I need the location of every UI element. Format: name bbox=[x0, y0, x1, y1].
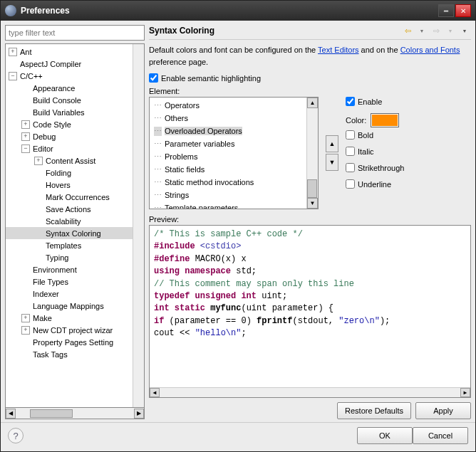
tree-item[interactable]: +Content Assist bbox=[6, 154, 133, 167]
scroll-left-icon[interactable]: ◀ bbox=[6, 409, 16, 419]
tree-item[interactable]: Property Pages Setting bbox=[6, 336, 133, 348]
expand-icon[interactable]: + bbox=[21, 326, 30, 335]
element-item[interactable]: ⋯Problems bbox=[150, 150, 306, 163]
tree-item[interactable]: Build Console bbox=[6, 94, 133, 106]
tree-item[interactable]: Language Mappings bbox=[6, 300, 133, 312]
apply-button[interactable]: Apply bbox=[415, 402, 471, 419]
back-menu-icon[interactable]: ▼ bbox=[415, 25, 428, 36]
collapse-icon[interactable]: − bbox=[9, 72, 17, 80]
expand-icon[interactable]: + bbox=[21, 120, 30, 129]
tree-item-label: Editor bbox=[31, 144, 55, 153]
tree-item[interactable]: Environment bbox=[6, 263, 133, 275]
strikethrough-label[interactable]: Strikethrough bbox=[358, 164, 404, 172]
tree-item[interactable]: Folding bbox=[6, 167, 133, 179]
bold-label[interactable]: Bold bbox=[358, 131, 373, 140]
tree-item[interactable]: AspectJ Compiler bbox=[6, 58, 133, 70]
element-item[interactable]: ⋯Strings bbox=[150, 189, 306, 201]
tree-item-label: Templates bbox=[44, 241, 83, 250]
tree-item[interactable]: +Debug bbox=[6, 130, 133, 142]
tree-item-label: Hovers bbox=[44, 181, 72, 189]
minimize-button[interactable]: ━ bbox=[438, 4, 454, 17]
tree-spacer bbox=[34, 169, 43, 177]
underline-label[interactable]: Underline bbox=[358, 180, 391, 189]
tree-item-label: Save Actions bbox=[44, 205, 93, 214]
forward-icon[interactable]: ⇨ bbox=[430, 25, 443, 36]
tree-item[interactable]: Appearance bbox=[6, 82, 133, 94]
semantic-highlighting-label[interactable]: Enable semantic highlighting bbox=[161, 74, 261, 83]
tree-item-label: Typing bbox=[44, 253, 70, 262]
tree-item[interactable]: Mark Occurrences bbox=[6, 191, 133, 203]
element-item[interactable]: ⋯Static method invocations bbox=[150, 176, 306, 189]
semantic-highlighting-checkbox[interactable] bbox=[149, 73, 158, 83]
element-item[interactable]: ⋯Others bbox=[150, 112, 306, 125]
titlebar[interactable]: Preferences ━ ✕ bbox=[1, 1, 475, 21]
cancel-button[interactable]: Cancel bbox=[413, 427, 468, 444]
collapse-icon[interactable]: − bbox=[21, 144, 30, 153]
tree-item[interactable]: Save Actions bbox=[6, 203, 133, 215]
element-item[interactable]: ⋯Static fields bbox=[150, 163, 306, 176]
preview-pane[interactable]: /* This is sample C++ code */ #include <… bbox=[149, 225, 471, 398]
scroll-right-icon[interactable]: ▶ bbox=[134, 409, 144, 419]
view-menu-icon[interactable]: ▼ bbox=[458, 25, 471, 36]
tree-item[interactable]: +Make bbox=[6, 312, 133, 324]
tree-item[interactable]: +Code Style bbox=[6, 118, 133, 130]
text-editors-link[interactable]: Text Editors bbox=[318, 46, 358, 54]
scroll-thumb[interactable] bbox=[30, 409, 73, 418]
element-item[interactable]: ⋯Template parameters bbox=[150, 201, 306, 209]
forward-menu-icon[interactable]: ▼ bbox=[444, 25, 457, 36]
strikethrough-checkbox[interactable] bbox=[346, 163, 355, 172]
tree-item-label: Build Variables bbox=[31, 108, 86, 117]
tree-item[interactable]: Build Variables bbox=[6, 106, 133, 118]
enable-checkbox[interactable] bbox=[346, 97, 355, 106]
tree-item-label: Scalability bbox=[44, 217, 83, 226]
move-down-button[interactable]: ▼ bbox=[326, 154, 338, 171]
element-item[interactable]: ⋯Parameter variables bbox=[150, 137, 306, 150]
element-vscrollbar[interactable]: ▲ ▼ bbox=[306, 98, 318, 209]
tree-item[interactable]: −C/C++ bbox=[6, 70, 133, 82]
tree-spacer bbox=[21, 290, 30, 298]
tree-item[interactable]: +New CDT project wizar bbox=[6, 324, 133, 336]
tree-item[interactable]: Hovers bbox=[6, 179, 133, 191]
italic-checkbox[interactable] bbox=[346, 147, 355, 156]
element-item[interactable]: ⋯Overloaded Operators bbox=[150, 125, 306, 137]
tree-item[interactable]: File Types bbox=[6, 275, 133, 288]
nav-tree[interactable]: +AntAspectJ Compiler−C/C++AppearanceBuil… bbox=[6, 44, 133, 407]
filter-input[interactable] bbox=[5, 25, 145, 41]
tree-item[interactable]: Scalability bbox=[6, 215, 133, 227]
expand-icon[interactable]: + bbox=[9, 48, 17, 56]
tree-item[interactable]: Templates bbox=[6, 239, 133, 251]
tree-hscrollbar[interactable]: ◀ ▶ bbox=[5, 408, 145, 419]
bold-checkbox[interactable] bbox=[346, 130, 355, 140]
tree-item[interactable]: Typing bbox=[6, 251, 133, 263]
tree-item[interactable]: Syntax Coloring bbox=[6, 227, 133, 239]
tree-item[interactable]: Indexer bbox=[6, 288, 133, 300]
restore-defaults-button[interactable]: Restore Defaults bbox=[337, 402, 411, 419]
move-up-button[interactable]: ▲ bbox=[326, 135, 338, 152]
element-item[interactable]: ⋯Operators bbox=[150, 99, 306, 112]
underline-checkbox[interactable] bbox=[346, 179, 355, 189]
tree-vscrollbar[interactable] bbox=[133, 44, 144, 407]
expand-icon[interactable]: + bbox=[34, 157, 43, 165]
help-icon[interactable]: ? bbox=[8, 428, 24, 443]
scroll-up-icon[interactable]: ▲ bbox=[307, 98, 318, 108]
preview-hscrollbar[interactable]: ◀▶ bbox=[150, 387, 470, 397]
color-swatch-button[interactable] bbox=[371, 113, 399, 127]
expand-icon[interactable]: + bbox=[21, 132, 30, 141]
enable-label[interactable]: Enable bbox=[358, 98, 382, 106]
back-icon[interactable]: ⇦ bbox=[401, 25, 414, 36]
italic-label[interactable]: Italic bbox=[358, 147, 374, 156]
tree-spacer bbox=[21, 266, 30, 274]
preferences-window: Preferences ━ ✕ +AntAspectJ Compiler−C/C… bbox=[0, 0, 476, 452]
preview-label: Preview: bbox=[149, 215, 471, 224]
scroll-down-icon[interactable]: ▼ bbox=[307, 198, 318, 209]
tree-item[interactable]: −Editor bbox=[6, 142, 133, 154]
element-list[interactable]: ⋯Operators⋯Others⋯Overloaded Operators⋯P… bbox=[150, 98, 306, 209]
expand-icon[interactable]: + bbox=[21, 314, 30, 322]
scroll-thumb[interactable] bbox=[307, 179, 317, 198]
tree-item[interactable]: Task Tags bbox=[6, 348, 133, 360]
tree-item[interactable]: +Ant bbox=[6, 46, 133, 58]
colors-fonts-link[interactable]: Colors and Fonts bbox=[400, 46, 460, 54]
close-button[interactable]: ✕ bbox=[455, 4, 471, 17]
ok-button[interactable]: OK bbox=[357, 427, 413, 444]
tree-item-label: Environment bbox=[31, 266, 78, 274]
